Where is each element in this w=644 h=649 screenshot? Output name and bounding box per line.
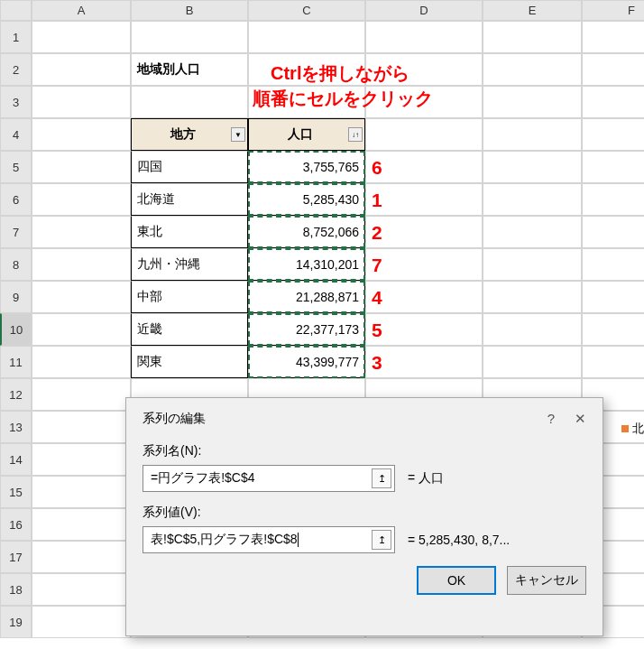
cell-D4[interactable] bbox=[365, 118, 483, 151]
cell-A7[interactable] bbox=[32, 216, 131, 248]
cell-E1[interactable] bbox=[483, 21, 582, 53]
cell-F9[interactable] bbox=[582, 281, 644, 313]
pop-0[interactable]: 3,755,765 bbox=[248, 151, 365, 183]
pop-5[interactable]: 22,377,173 bbox=[248, 313, 365, 346]
region-3[interactable]: 九州・沖縄 bbox=[131, 248, 248, 281]
cell-E2[interactable] bbox=[483, 53, 582, 86]
region-4[interactable]: 中部 bbox=[131, 281, 248, 313]
cell-B1[interactable] bbox=[131, 21, 248, 53]
cell-A5[interactable] bbox=[32, 151, 131, 183]
range-select-icon-2[interactable]: ↥ bbox=[372, 530, 391, 550]
col-F[interactable]: F bbox=[582, 0, 644, 21]
cell-B3[interactable] bbox=[131, 86, 248, 118]
cell-D7[interactable] bbox=[365, 216, 483, 248]
cell-A4[interactable] bbox=[32, 118, 131, 151]
cell-D8[interactable] bbox=[365, 248, 483, 281]
col-E[interactable]: E bbox=[483, 0, 582, 21]
row-10[interactable]: 10 bbox=[0, 313, 32, 346]
row-8[interactable]: 8 bbox=[0, 248, 32, 281]
cell-F8[interactable] bbox=[582, 248, 644, 281]
cell-A11[interactable] bbox=[32, 346, 131, 378]
cell-A2[interactable] bbox=[32, 53, 131, 86]
cell-F5[interactable] bbox=[582, 151, 644, 183]
row-6[interactable]: 6 bbox=[0, 183, 32, 216]
series-name-input[interactable]: =円グラフ表!$C$4 ↥ bbox=[143, 465, 395, 492]
region-2[interactable]: 東北 bbox=[131, 216, 248, 248]
cell-A10[interactable] bbox=[32, 313, 131, 346]
region-0[interactable]: 四国 bbox=[131, 151, 248, 183]
row-13[interactable]: 13 bbox=[0, 411, 32, 443]
pop-2[interactable]: 8,752,066 bbox=[248, 216, 365, 248]
order-1: 1 bbox=[372, 190, 382, 211]
cell-A9[interactable] bbox=[32, 281, 131, 313]
cell-F2[interactable] bbox=[582, 53, 644, 86]
cell-D11[interactable] bbox=[365, 346, 483, 378]
cell-F1[interactable] bbox=[582, 21, 644, 53]
cell-A3[interactable] bbox=[32, 86, 131, 118]
row-7[interactable]: 7 bbox=[0, 216, 32, 248]
cell-A1[interactable] bbox=[32, 21, 131, 53]
range-select-icon[interactable]: ↥ bbox=[372, 468, 391, 488]
header-region[interactable]: 地方▼ bbox=[131, 118, 248, 151]
close-icon[interactable]: ✕ bbox=[575, 411, 586, 427]
series-values-input[interactable]: 表!$C$5,円グラフ表!$C$8 ↥ bbox=[143, 526, 395, 553]
row-14[interactable]: 14 bbox=[0, 443, 32, 476]
cell-A6[interactable] bbox=[32, 183, 131, 216]
cell-F4[interactable] bbox=[582, 118, 644, 151]
legend-label: 北 bbox=[632, 421, 644, 437]
region-5[interactable]: 近畿 bbox=[131, 313, 248, 346]
cell-E7[interactable] bbox=[483, 216, 582, 248]
row-11[interactable]: 11 bbox=[0, 346, 32, 378]
pop-3[interactable]: 14,310,201 bbox=[248, 248, 365, 281]
pop-6[interactable]: 43,399,777 bbox=[248, 346, 365, 378]
cell-B2-title[interactable]: 地域別人口 bbox=[131, 53, 248, 86]
header-pop[interactable]: 人口↓↑ bbox=[248, 118, 365, 151]
pop-1[interactable]: 5,285,430 bbox=[248, 183, 365, 216]
row-3[interactable]: 3 bbox=[0, 86, 32, 118]
cell-F3[interactable] bbox=[582, 86, 644, 118]
row-12[interactable]: 12 bbox=[0, 378, 32, 411]
cell-E11[interactable] bbox=[483, 346, 582, 378]
region-1[interactable]: 北海道 bbox=[131, 183, 248, 216]
cell-E3[interactable] bbox=[483, 86, 582, 118]
cell-A8[interactable] bbox=[32, 248, 131, 281]
cell-C1[interactable] bbox=[248, 21, 365, 53]
cell-F7[interactable] bbox=[582, 216, 644, 248]
row-16[interactable]: 16 bbox=[0, 508, 32, 541]
help-icon[interactable]: ? bbox=[547, 411, 555, 427]
cancel-button[interactable]: キャンセル bbox=[507, 566, 586, 595]
cell-F11[interactable] bbox=[582, 346, 644, 378]
cell-F10[interactable] bbox=[582, 313, 644, 346]
cell-E5[interactable] bbox=[483, 151, 582, 183]
col-C[interactable]: C bbox=[248, 0, 365, 21]
row-1[interactable]: 1 bbox=[0, 21, 32, 53]
pop-4[interactable]: 21,288,871 bbox=[248, 281, 365, 313]
col-A[interactable]: A bbox=[32, 0, 131, 21]
sort-icon[interactable]: ↓↑ bbox=[348, 127, 363, 142]
cell-E9[interactable] bbox=[483, 281, 582, 313]
cell-E8[interactable] bbox=[483, 248, 582, 281]
cell-D9[interactable] bbox=[365, 281, 483, 313]
col-B[interactable]: B bbox=[131, 0, 248, 21]
cell-D6[interactable] bbox=[365, 183, 483, 216]
cell-D5[interactable] bbox=[365, 151, 483, 183]
region-6[interactable]: 関東 bbox=[131, 346, 248, 378]
row-18[interactable]: 18 bbox=[0, 573, 32, 606]
row-9[interactable]: 9 bbox=[0, 281, 32, 313]
row-17[interactable]: 17 bbox=[0, 541, 32, 573]
cell-D1[interactable] bbox=[365, 21, 483, 53]
row-15[interactable]: 15 bbox=[0, 476, 32, 508]
col-D[interactable]: D bbox=[365, 0, 483, 21]
corner-cell[interactable] bbox=[0, 0, 32, 21]
ok-button[interactable]: OK bbox=[417, 566, 496, 595]
cell-D10[interactable] bbox=[365, 313, 483, 346]
filter-icon[interactable]: ▼ bbox=[231, 127, 245, 142]
row-5[interactable]: 5 bbox=[0, 151, 32, 183]
row-19[interactable]: 19 bbox=[0, 606, 32, 638]
cell-E10[interactable] bbox=[483, 313, 582, 346]
row-2[interactable]: 2 bbox=[0, 53, 32, 86]
cell-E4[interactable] bbox=[483, 118, 582, 151]
row-4[interactable]: 4 bbox=[0, 118, 32, 151]
cell-E6[interactable] bbox=[483, 183, 582, 216]
cell-F6[interactable] bbox=[582, 183, 644, 216]
